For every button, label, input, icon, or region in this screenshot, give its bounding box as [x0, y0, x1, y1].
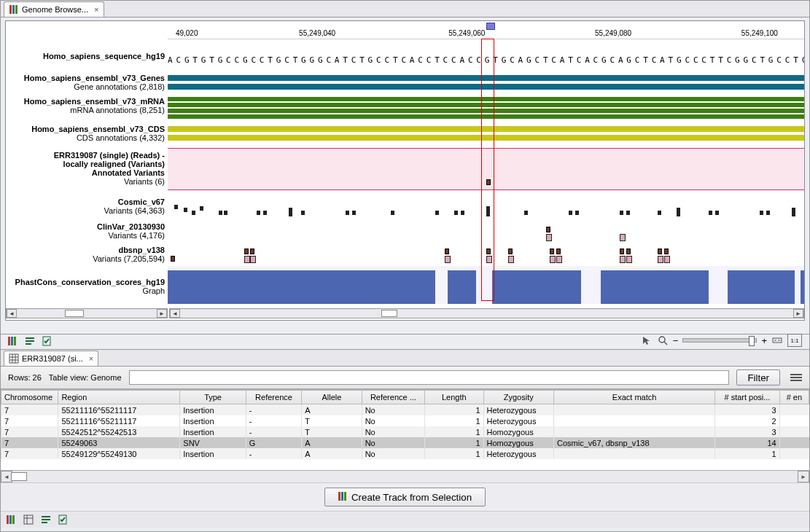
svg-rect-6	[26, 337, 34, 339]
track-title: Homo_sapiens_ensembl_v73_CDS	[31, 125, 165, 133]
column-header[interactable]: # start posi...	[715, 391, 779, 404]
tab-label: Genome Browse...	[22, 5, 88, 14]
svg-rect-20	[344, 492, 346, 501]
svg-rect-29	[42, 522, 47, 523]
zoom-slider[interactable]	[682, 338, 757, 343]
row-count: Rows: 26	[8, 373, 42, 382]
column-header[interactable]: Chromosome	[1, 391, 58, 404]
table-view-icon[interactable]	[23, 514, 34, 525]
column-header[interactable]: Region	[58, 391, 180, 404]
text-view-icon[interactable]	[40, 514, 52, 525]
tracks-icon	[9, 4, 19, 15]
svg-rect-13	[9, 354, 18, 363]
zoom-icon[interactable]	[657, 335, 669, 346]
genome-browser-panel: 49,020 55,249,040 55,249,060 55,249,080 …	[1, 17, 809, 335]
tracks-icon	[338, 492, 347, 503]
close-icon[interactable]: ×	[94, 5, 98, 14]
table-row[interactable]: 755211116^55211117Insertion-ANo1Heterozy…	[1, 404, 809, 416]
pointer-icon[interactable]	[641, 335, 653, 346]
table-row[interactable]: 755242512^55242513Insertion-TNo1Homozygo…	[1, 426, 809, 437]
one-to-one-icon[interactable]: 1:1	[787, 334, 802, 347]
column-header[interactable]: Zygosity	[483, 391, 554, 404]
mrna-band	[168, 103, 804, 107]
column-header[interactable]: # en	[779, 391, 809, 404]
tab-genome-browser[interactable]: Genome Browse... ×	[4, 1, 104, 17]
svg-rect-4	[11, 337, 13, 345]
cosmic-track	[168, 200, 804, 219]
svg-rect-8	[26, 343, 31, 345]
create-track-button[interactable]: Create Track from Selection	[324, 488, 486, 506]
column-header[interactable]: Exact match	[554, 391, 715, 404]
zoom-controls: − + 1:1	[641, 334, 802, 347]
track-scrollbar[interactable]: ◄ ►	[169, 308, 804, 318]
mrna-band	[168, 114, 804, 119]
label-scrollbar[interactable]: ◄ ►	[6, 308, 168, 318]
track-subtitle: Graph	[142, 286, 165, 295]
ruler-tick: 49,020	[176, 29, 198, 37]
track-title: dbsnp_v138	[118, 246, 165, 254]
top-tabbar: Genome Browse... ×	[1, 1, 809, 17]
track-title: PhastCons_conservation_scores_hg19	[15, 278, 165, 286]
dbsnp-track	[168, 247, 804, 265]
settings-menu-icon[interactable]	[790, 372, 802, 383]
ruler-tick: 55,249,100	[741, 29, 778, 37]
mrna-band	[168, 109, 804, 113]
track-subtitle: Gene annotations (2,818)	[74, 82, 165, 91]
cds-band	[168, 126, 804, 132]
app-window: Genome Browse... × 49,020 55,249,040 55,…	[0, 0, 810, 532]
scrollbar-thumb[interactable]	[11, 472, 27, 481]
column-header[interactable]: Type	[180, 391, 246, 404]
column-header[interactable]: Allele	[302, 391, 362, 404]
svg-point-10	[659, 337, 665, 343]
zoom-in-icon[interactable]: +	[761, 335, 767, 346]
browser-view-icons	[7, 335, 53, 347]
close-icon[interactable]: ×	[89, 354, 93, 363]
column-header[interactable]: Reference	[246, 391, 301, 404]
filter-button[interactable]: Filter	[736, 369, 780, 386]
track-subtitle: Variants (6)	[124, 177, 165, 186]
tab-variants-table[interactable]: ERR319087 (si... ×	[4, 351, 98, 366]
track-subtitle: Variants (7,205,594)	[93, 254, 165, 263]
check-report-icon[interactable]	[58, 514, 69, 525]
svg-rect-24	[24, 515, 33, 524]
gene-band	[168, 84, 804, 90]
clinvar-track	[168, 225, 804, 241]
variants-table[interactable]: ChromosomeRegionTypeReferenceAlleleRefer…	[1, 389, 809, 470]
browser-canvas[interactable]: 49,020 55,249,040 55,249,060 55,249,080 …	[5, 20, 805, 321]
filter-input[interactable]	[129, 370, 730, 385]
track-view-icon[interactable]	[5, 514, 17, 525]
scroll-right-icon[interactable]: ►	[798, 471, 809, 482]
button-label: Create Track from Selection	[351, 492, 472, 503]
ruler-tick: 55,249,060	[448, 29, 485, 37]
svg-rect-18	[338, 492, 340, 501]
track-title: Cosmic_v67	[118, 197, 165, 206]
table-row[interactable]: 755249129^55249130Insertion-ANo1Heterozy…	[1, 448, 809, 459]
track-subtitle: Variants (4,176)	[109, 231, 165, 240]
column-header[interactable]: Length	[425, 391, 483, 404]
phastcons-graph	[168, 266, 804, 304]
svg-rect-21	[7, 515, 9, 524]
coordinate-ruler: 49,020 55,249,040 55,249,060 55,249,080 …	[168, 21, 804, 39]
track-title: Homo_sapiens_sequence_hg19	[43, 52, 165, 60]
svg-rect-3	[8, 337, 10, 345]
check-report-icon[interactable]	[42, 335, 53, 347]
table-header: ChromosomeRegionTypeReferenceAlleleRefer…	[1, 391, 809, 404]
table-icon	[9, 353, 19, 364]
table-scrollbar[interactable]: ◄ ►	[1, 470, 809, 482]
column-header[interactable]: Reference ...	[362, 391, 424, 404]
track-title: locally realigned (Variants)	[63, 160, 165, 168]
track-subtitle: Variants (64,363)	[104, 206, 165, 215]
table-row[interactable]: 755249063SNVGANo1HomozygousCosmic_v67, d…	[1, 437, 809, 448]
cds-band	[168, 135, 804, 141]
fit-width-icon[interactable]	[771, 335, 783, 346]
zoom-out-icon[interactable]: −	[673, 335, 679, 346]
table-row[interactable]: 755211116^55211117Insertion-TNo1Heterozy…	[1, 415, 809, 426]
text-view-icon[interactable]	[24, 335, 36, 347]
svg-rect-22	[9, 515, 12, 524]
track-labels: Homo_sapiens_sequence_hg19 Homo_sapiens_…	[6, 21, 168, 320]
svg-rect-0	[9, 5, 12, 14]
track-area[interactable]: ACGTGTGCCGCCTGCTGGGCATCTGCCTCACCTCCACCGT…	[168, 39, 804, 320]
svg-rect-19	[341, 492, 343, 501]
track-subtitle: mRNA annotations (8,251)	[70, 106, 165, 114]
track-view-icon[interactable]	[7, 335, 18, 347]
